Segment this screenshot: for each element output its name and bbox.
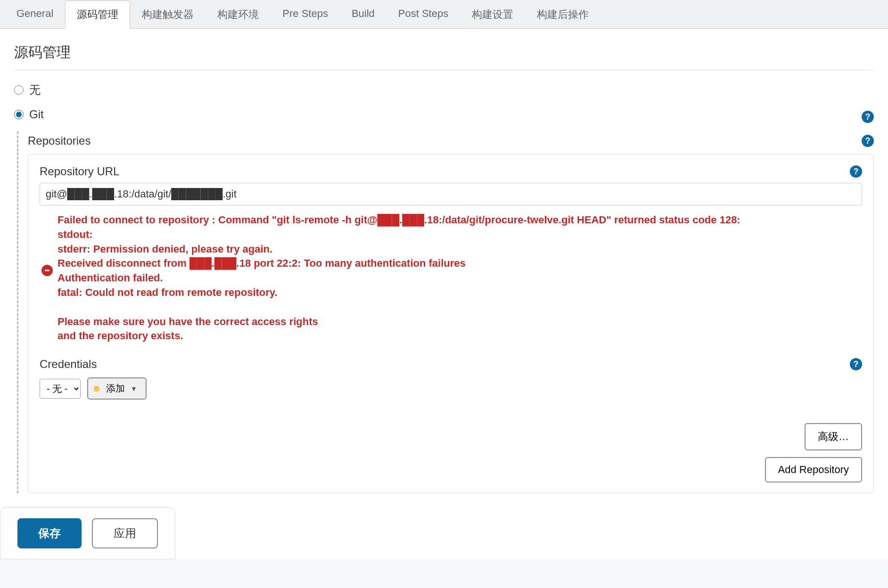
- advanced-button[interactable]: 高级…: [805, 423, 862, 450]
- repository-box: Repository URL ? Failed to connect to re…: [28, 154, 874, 493]
- footer-action-bar: 保存 应用: [0, 507, 175, 559]
- tab-scm[interactable]: 源码管理: [65, 0, 130, 29]
- add-button-label: 添加: [106, 382, 125, 395]
- scm-radio-none[interactable]: [14, 85, 24, 95]
- svg-rect-0: [45, 270, 49, 271]
- help-icon[interactable]: ?: [850, 165, 862, 178]
- scm-option-git[interactable]: Git: [14, 105, 44, 124]
- save-button[interactable]: 保存: [17, 518, 82, 548]
- credentials-label: Credentials: [40, 358, 97, 371]
- tab-triggers[interactable]: 构建触发器: [130, 0, 206, 29]
- help-icon[interactable]: ?: [850, 358, 862, 370]
- tab-build-settings[interactable]: 构建设置: [460, 0, 525, 29]
- help-icon[interactable]: ?: [862, 111, 874, 123]
- git-config-block: Repositories ? Repository URL ? Failed t…: [17, 131, 874, 493]
- error-message-row: Failed to connect to repository : Comman…: [40, 213, 862, 343]
- section-title: 源码管理: [14, 38, 874, 70]
- tab-general[interactable]: General: [5, 0, 65, 29]
- repositories-heading: Repositories: [28, 134, 90, 147]
- scm-option-none[interactable]: 无: [14, 80, 874, 100]
- scm-git-label: Git: [29, 108, 44, 121]
- tab-post-steps[interactable]: Post Steps: [386, 0, 460, 29]
- main-panel: 源码管理 无 Git ? Repositories ? Repository U…: [0, 29, 888, 559]
- credentials-select[interactable]: - 无 -: [40, 379, 81, 399]
- key-icon: [94, 384, 102, 393]
- scm-radio-git[interactable]: [14, 110, 24, 119]
- error-text: Failed to connect to repository : Comman…: [58, 213, 740, 343]
- tab-pre-steps[interactable]: Pre Steps: [271, 0, 340, 29]
- chevron-down-icon: ▼: [131, 385, 137, 392]
- tab-build-env[interactable]: 构建环境: [206, 0, 271, 29]
- tab-build[interactable]: Build: [340, 0, 386, 29]
- add-credentials-button[interactable]: 添加 ▼: [87, 377, 147, 400]
- help-icon[interactable]: ?: [862, 135, 874, 147]
- scm-none-label: 无: [29, 82, 41, 98]
- repo-url-label: Repository URL: [40, 165, 119, 178]
- add-repository-button[interactable]: Add Repository: [765, 457, 862, 482]
- config-tabs: General 源码管理 构建触发器 构建环境 Pre Steps Build …: [0, 0, 888, 29]
- error-icon: [41, 265, 53, 276]
- tab-post-build[interactable]: 构建后操作: [525, 0, 600, 29]
- repo-url-input[interactable]: [40, 183, 862, 205]
- apply-button[interactable]: 应用: [92, 518, 158, 548]
